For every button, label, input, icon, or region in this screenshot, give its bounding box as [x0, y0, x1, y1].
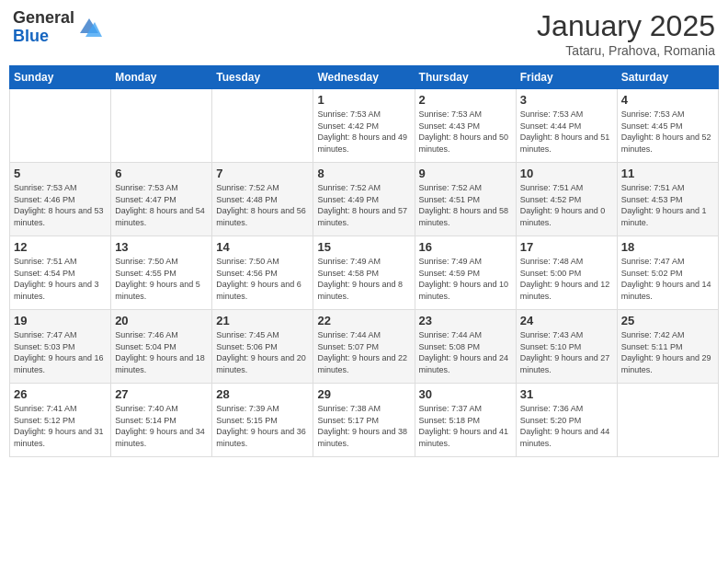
- calendar-cell: 21Sunrise: 7:45 AM Sunset: 5:06 PM Dayli…: [212, 310, 313, 384]
- logo-general: General: [13, 8, 74, 27]
- calendar-cell: 13Sunrise: 7:50 AM Sunset: 4:55 PM Dayli…: [111, 236, 212, 310]
- calendar-cell: [111, 89, 212, 163]
- weekday-header-wednesday: Wednesday: [313, 66, 415, 89]
- calendar-cell: [10, 89, 111, 163]
- calendar-cell: 31Sunrise: 7:36 AM Sunset: 5:20 PM Dayli…: [516, 384, 617, 457]
- cell-info: Sunrise: 7:41 AM Sunset: 5:12 PM Dayligh…: [14, 403, 107, 449]
- calendar-cell: [212, 89, 313, 163]
- calendar-subtitle: Tataru, Prahova, Romania: [537, 43, 715, 58]
- calendar-cell: 30Sunrise: 7:37 AM Sunset: 5:18 PM Dayli…: [415, 384, 516, 457]
- day-number: 18: [621, 240, 714, 254]
- cell-info: Sunrise: 7:39 AM Sunset: 5:15 PM Dayligh…: [216, 403, 309, 449]
- calendar-cell: 14Sunrise: 7:50 AM Sunset: 4:56 PM Dayli…: [212, 236, 313, 310]
- cell-info: Sunrise: 7:51 AM Sunset: 4:54 PM Dayligh…: [14, 256, 107, 302]
- day-number: 1: [317, 93, 410, 107]
- calendar-cell: 6Sunrise: 7:53 AM Sunset: 4:47 PM Daylig…: [111, 163, 212, 236]
- day-number: 14: [216, 240, 309, 254]
- calendar-cell: 26Sunrise: 7:41 AM Sunset: 5:12 PM Dayli…: [10, 384, 111, 457]
- weekday-header-tuesday: Tuesday: [212, 66, 313, 89]
- day-number: 28: [216, 387, 309, 401]
- day-number: 3: [520, 93, 613, 107]
- calendar-cell: 22Sunrise: 7:44 AM Sunset: 5:07 PM Dayli…: [313, 310, 415, 384]
- title-block: January 2025 Tataru, Prahova, Romania: [537, 9, 715, 58]
- day-number: 21: [216, 314, 309, 327]
- calendar-cell: 25Sunrise: 7:42 AM Sunset: 5:11 PM Dayli…: [617, 310, 718, 384]
- calendar-cell: 2Sunrise: 7:53 AM Sunset: 4:43 PM Daylig…: [415, 89, 516, 163]
- calendar-cell: 7Sunrise: 7:52 AM Sunset: 4:48 PM Daylig…: [212, 163, 313, 236]
- cell-info: Sunrise: 7:47 AM Sunset: 5:02 PM Dayligh…: [621, 256, 714, 302]
- cell-info: Sunrise: 7:53 AM Sunset: 4:45 PM Dayligh…: [621, 109, 714, 155]
- cell-info: Sunrise: 7:36 AM Sunset: 5:20 PM Dayligh…: [520, 403, 613, 449]
- calendar-cell: 17Sunrise: 7:48 AM Sunset: 5:00 PM Dayli…: [516, 236, 617, 310]
- cell-info: Sunrise: 7:44 AM Sunset: 5:07 PM Dayligh…: [317, 329, 410, 375]
- calendar-cell: 28Sunrise: 7:39 AM Sunset: 5:15 PM Dayli…: [212, 384, 313, 457]
- calendar-week-row: 19Sunrise: 7:47 AM Sunset: 5:03 PM Dayli…: [10, 310, 719, 384]
- cell-info: Sunrise: 7:37 AM Sunset: 5:18 PM Dayligh…: [419, 403, 512, 449]
- day-number: 27: [115, 387, 208, 401]
- day-number: 16: [419, 240, 512, 254]
- calendar-week-row: 1Sunrise: 7:53 AM Sunset: 4:42 PM Daylig…: [10, 89, 719, 163]
- calendar-cell: 11Sunrise: 7:51 AM Sunset: 4:53 PM Dayli…: [617, 163, 718, 236]
- weekday-header-saturday: Saturday: [617, 66, 718, 89]
- logo-icon: [76, 15, 102, 40]
- day-number: 17: [520, 240, 613, 254]
- day-number: 13: [115, 240, 208, 254]
- cell-info: Sunrise: 7:45 AM Sunset: 5:06 PM Dayligh…: [216, 329, 309, 375]
- cell-info: Sunrise: 7:49 AM Sunset: 4:58 PM Dayligh…: [317, 256, 410, 302]
- cell-info: Sunrise: 7:53 AM Sunset: 4:42 PM Dayligh…: [317, 109, 410, 155]
- day-number: 30: [419, 387, 512, 401]
- cell-info: Sunrise: 7:50 AM Sunset: 4:56 PM Dayligh…: [216, 256, 309, 302]
- cell-info: Sunrise: 7:44 AM Sunset: 5:08 PM Dayligh…: [419, 329, 512, 375]
- calendar-cell: 3Sunrise: 7:53 AM Sunset: 4:44 PM Daylig…: [516, 89, 617, 163]
- calendar-cell: [617, 384, 718, 457]
- cell-info: Sunrise: 7:48 AM Sunset: 5:00 PM Dayligh…: [520, 256, 613, 302]
- day-number: 2: [419, 93, 512, 107]
- day-number: 23: [419, 314, 512, 327]
- day-number: 15: [317, 240, 410, 254]
- day-number: 29: [317, 387, 410, 401]
- cell-info: Sunrise: 7:52 AM Sunset: 4:49 PM Dayligh…: [317, 182, 410, 228]
- calendar-week-row: 26Sunrise: 7:41 AM Sunset: 5:12 PM Dayli…: [10, 384, 719, 457]
- calendar-cell: 9Sunrise: 7:52 AM Sunset: 4:51 PM Daylig…: [415, 163, 516, 236]
- cell-info: Sunrise: 7:53 AM Sunset: 4:43 PM Dayligh…: [419, 109, 512, 155]
- calendar-week-row: 12Sunrise: 7:51 AM Sunset: 4:54 PM Dayli…: [10, 236, 719, 310]
- cell-info: Sunrise: 7:53 AM Sunset: 4:46 PM Dayligh…: [14, 182, 107, 228]
- logo: General Blue: [13, 9, 102, 46]
- cell-info: Sunrise: 7:46 AM Sunset: 5:04 PM Dayligh…: [115, 329, 208, 375]
- day-number: 20: [115, 314, 208, 327]
- day-number: 19: [14, 314, 107, 327]
- cell-info: Sunrise: 7:40 AM Sunset: 5:14 PM Dayligh…: [115, 403, 208, 449]
- calendar-cell: 8Sunrise: 7:52 AM Sunset: 4:49 PM Daylig…: [313, 163, 415, 236]
- calendar-cell: 16Sunrise: 7:49 AM Sunset: 4:59 PM Dayli…: [415, 236, 516, 310]
- calendar-cell: 20Sunrise: 7:46 AM Sunset: 5:04 PM Dayli…: [111, 310, 212, 384]
- day-number: 26: [14, 387, 107, 401]
- cell-info: Sunrise: 7:51 AM Sunset: 4:52 PM Dayligh…: [520, 182, 613, 228]
- calendar-table: SundayMondayTuesdayWednesdayThursdayFrid…: [9, 65, 719, 457]
- calendar-cell: 23Sunrise: 7:44 AM Sunset: 5:08 PM Dayli…: [415, 310, 516, 384]
- day-number: 24: [520, 314, 613, 327]
- cell-info: Sunrise: 7:53 AM Sunset: 4:47 PM Dayligh…: [115, 182, 208, 228]
- logo-blue: Blue: [13, 27, 49, 45]
- cell-info: Sunrise: 7:47 AM Sunset: 5:03 PM Dayligh…: [14, 329, 107, 375]
- weekday-header-row: SundayMondayTuesdayWednesdayThursdayFrid…: [10, 66, 719, 89]
- calendar-cell: 24Sunrise: 7:43 AM Sunset: 5:10 PM Dayli…: [516, 310, 617, 384]
- cell-info: Sunrise: 7:49 AM Sunset: 4:59 PM Dayligh…: [419, 256, 512, 302]
- day-number: 31: [520, 387, 613, 401]
- day-number: 7: [216, 167, 309, 180]
- cell-info: Sunrise: 7:52 AM Sunset: 4:48 PM Dayligh…: [216, 182, 309, 228]
- day-number: 4: [621, 93, 714, 107]
- calendar-cell: 5Sunrise: 7:53 AM Sunset: 4:46 PM Daylig…: [10, 163, 111, 236]
- day-number: 12: [14, 240, 107, 254]
- calendar-week-row: 5Sunrise: 7:53 AM Sunset: 4:46 PM Daylig…: [10, 163, 719, 236]
- cell-info: Sunrise: 7:38 AM Sunset: 5:17 PM Dayligh…: [317, 403, 410, 449]
- day-number: 25: [621, 314, 714, 327]
- calendar-cell: 19Sunrise: 7:47 AM Sunset: 5:03 PM Dayli…: [10, 310, 111, 384]
- day-number: 11: [621, 167, 714, 180]
- weekday-header-sunday: Sunday: [10, 66, 111, 89]
- calendar-cell: 10Sunrise: 7:51 AM Sunset: 4:52 PM Dayli…: [516, 163, 617, 236]
- day-number: 5: [14, 167, 107, 180]
- day-number: 6: [115, 167, 208, 180]
- day-number: 10: [520, 167, 613, 180]
- calendar-cell: 4Sunrise: 7:53 AM Sunset: 4:45 PM Daylig…: [617, 89, 718, 163]
- calendar-cell: 1Sunrise: 7:53 AM Sunset: 4:42 PM Daylig…: [313, 89, 415, 163]
